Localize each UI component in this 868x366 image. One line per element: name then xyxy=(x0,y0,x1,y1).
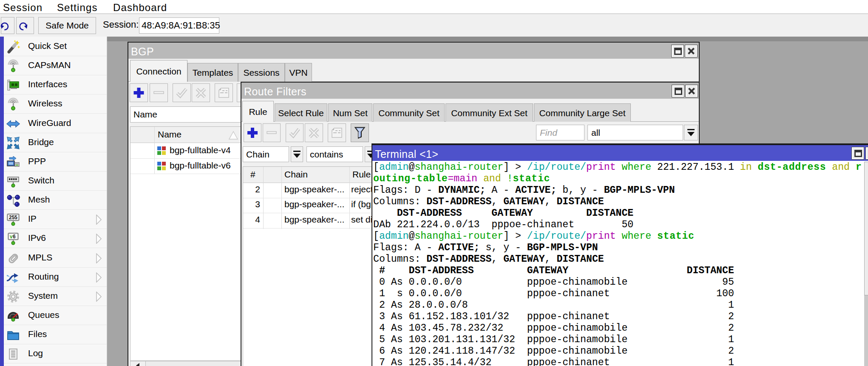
svg-text:6: 6 xyxy=(13,234,16,240)
svg-text:255: 255 xyxy=(9,214,17,220)
svg-text:v: v xyxy=(10,234,13,240)
